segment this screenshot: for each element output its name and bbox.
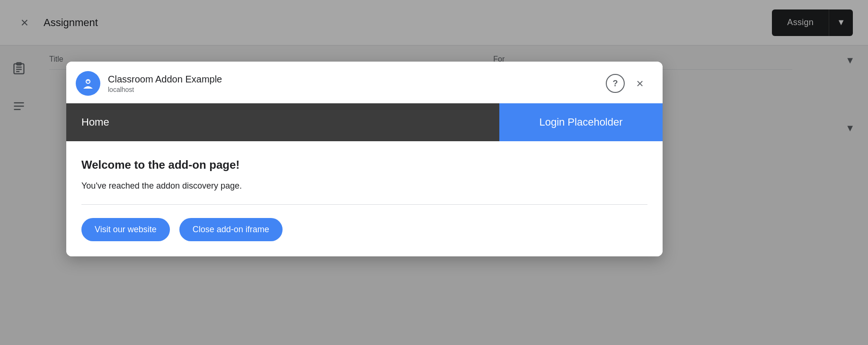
close-icon: ×	[636, 76, 643, 91]
modal-nav: Home Login Placeholder	[66, 103, 663, 141]
modal-body: Welcome to the add-on page! You've reach…	[66, 141, 663, 256]
modal-header-right: ? ×	[606, 74, 649, 93]
addon-logo	[76, 71, 100, 96]
modal-header: Classroom Addon Example localhost ? ×	[66, 62, 663, 103]
modal-actions: Visit our website Close add-on iframe	[81, 218, 647, 241]
close-iframe-button[interactable]: Close add-on iframe	[179, 218, 283, 241]
nav-home-label: Home	[81, 116, 109, 128]
visit-website-button[interactable]: Visit our website	[81, 218, 170, 241]
nav-login-label: Login Placeholder	[539, 116, 622, 128]
help-button[interactable]: ?	[606, 74, 625, 93]
nav-home[interactable]: Home	[66, 103, 499, 141]
addon-modal: Classroom Addon Example localhost ? × Ho…	[66, 62, 663, 256]
nav-login[interactable]: Login Placeholder	[499, 103, 663, 141]
welcome-title: Welcome to the add-on page!	[81, 158, 647, 172]
addon-name: Classroom Addon Example	[108, 74, 222, 85]
modal-header-left: Classroom Addon Example localhost	[76, 71, 222, 96]
addon-host: localhost	[108, 86, 222, 93]
question-mark-icon: ?	[613, 79, 618, 89]
modal-divider	[81, 204, 647, 205]
addon-info: Classroom Addon Example localhost	[108, 74, 222, 93]
welcome-desc: You've reached the addon discovery page.	[81, 181, 647, 191]
modal-close-button[interactable]: ×	[630, 74, 649, 93]
